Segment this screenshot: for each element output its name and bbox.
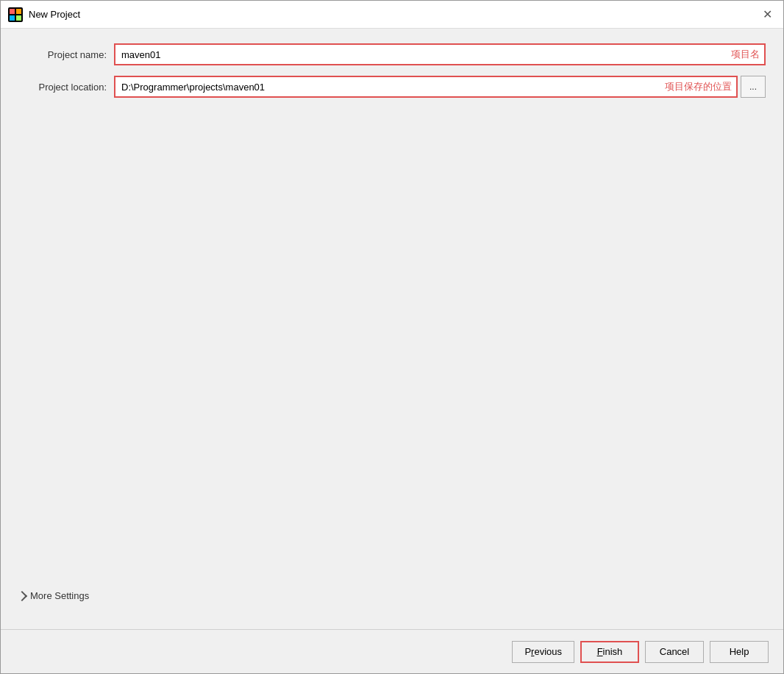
project-location-input-wrapper: 项目保存的位置 [114, 76, 738, 98]
project-location-row: Project location: 项目保存的位置 ... [18, 76, 766, 98]
project-location-label: Project location: [18, 82, 114, 93]
help-button[interactable]: Help [710, 641, 769, 663]
intellij-icon [8, 7, 23, 22]
dialog-footer: Previous Finish Cancel Help [1, 629, 783, 673]
title-bar-left: New Project [8, 7, 80, 22]
more-settings-section[interactable]: More Settings [18, 584, 766, 607]
form-section: Project name: 项目名 Project location: 项目保存… [18, 43, 766, 98]
project-name-row: Project name: 项目名 [18, 43, 766, 65]
project-name-input-wrapper: 项目名 [114, 43, 766, 65]
svg-rect-2 [16, 9, 21, 14]
previous-label: Previous [524, 646, 562, 657]
finish-button[interactable]: Finish [580, 641, 639, 663]
browse-button[interactable]: ... [741, 76, 766, 98]
svg-rect-3 [10, 15, 15, 21]
chevron-right-icon [17, 590, 27, 600]
new-project-dialog: New Project ✕ Project name: 项目名 Project … [0, 0, 784, 674]
more-settings-label: More Settings [30, 590, 89, 601]
project-name-input[interactable] [114, 43, 766, 65]
close-button[interactable]: ✕ [757, 4, 777, 25]
cancel-button[interactable]: Cancel [645, 641, 704, 663]
project-location-input[interactable] [114, 76, 738, 98]
project-name-label: Project name: [18, 49, 114, 60]
dialog-content: Project name: 项目名 Project location: 项目保存… [1, 29, 783, 629]
finish-label: Finish [597, 646, 623, 657]
svg-rect-4 [16, 15, 21, 21]
svg-rect-1 [10, 9, 15, 14]
dialog-title: New Project [29, 9, 80, 20]
title-bar: New Project ✕ [1, 1, 783, 29]
previous-button[interactable]: Previous [512, 641, 574, 663]
